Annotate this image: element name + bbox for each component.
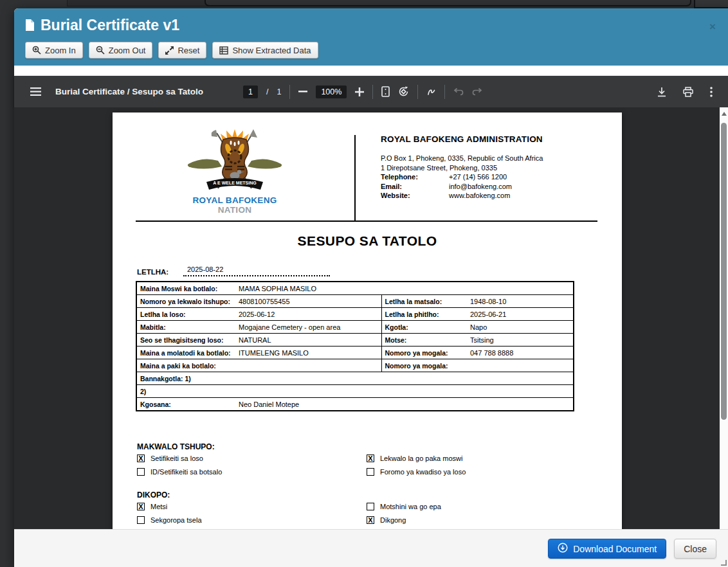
checkbox-label: Motshini wa go epa (380, 503, 441, 510)
logo-name-light: NATION (218, 205, 252, 215)
contact-row: Telephone:+27 (14) 566 1200 (381, 172, 612, 182)
zoom-in-icon (32, 46, 41, 55)
modal-title: Burial Certificate v1 (25, 17, 728, 34)
zoom-level[interactable]: 100% (316, 86, 347, 98)
table-row: Mabitla:Mogajane Cemetery - open areaKgo… (136, 321, 574, 334)
address-line: 1 Direpotsane Street, Phokeng, 0335 (381, 163, 612, 173)
page-separator: / (266, 87, 268, 96)
page-total: 1 (277, 87, 281, 96)
zoom-out-label: Zoom Out (109, 46, 146, 55)
toolbar-divider (289, 85, 290, 99)
resize-grip (721, 560, 727, 566)
reset-button[interactable]: Reset (158, 42, 206, 59)
contact-label: Website: (381, 191, 449, 201)
scrollbar[interactable] (720, 107, 728, 529)
checkbox-item: Sekgoropa tsela (137, 516, 367, 524)
reset-icon (165, 46, 174, 55)
scrollbar-up-icon[interactable] (722, 112, 727, 116)
dikopo-section: DIKOPO: XMetsiMotshini wa go epaSekgorop… (137, 491, 581, 524)
redo-icon[interactable] (472, 87, 482, 96)
table-row: Maina Moswi ka botlalo:MAMA SOPHIA MASIL… (136, 282, 574, 295)
modal-header: Burial Certificate v1 × Zoom In Zoom Out (14, 8, 728, 66)
rotate-icon[interactable] (398, 86, 409, 97)
contact-value: www.bafokeng.com (449, 191, 510, 201)
logo-name-bold: ROYAL BAFOKENG (193, 195, 277, 205)
contact-row: Website:www.bafokeng.com (381, 191, 612, 201)
table-cell-label: Nomoro ya mogala: (381, 346, 467, 359)
document-icon (25, 19, 35, 32)
annotate-icon[interactable] (426, 87, 436, 96)
table-cell-value (467, 359, 574, 372)
checkbox-unchecked-icon (367, 468, 374, 476)
zoom-in-button[interactable]: Zoom In (25, 42, 83, 59)
checkbox-item: ID/Setifikeiti sa botsalo (137, 468, 367, 476)
screen: Burial Certificate v1 × Zoom In Zoom Out (0, 0, 728, 567)
table-cell-value: Neo Daniel Motepe (235, 398, 574, 411)
burial-certificate-modal: Burial Certificate v1 × Zoom In Zoom Out (14, 8, 728, 567)
checkbox-grid: XMetsiMotshini wa go epaSekgoropa tselaX… (137, 503, 581, 524)
checkbox-unchecked-icon (137, 468, 145, 476)
download-document-label: Download Document (573, 544, 657, 554)
checkbox-checked-icon: X (367, 516, 374, 524)
close-icon[interactable]: × (707, 21, 718, 33)
modal-title-text: Burial Certificate v1 (41, 17, 179, 34)
checkbox-label: Metsi (150, 503, 167, 510)
zoom-out-button[interactable]: Zoom Out (89, 42, 153, 59)
download-icon[interactable] (657, 87, 666, 97)
table-cell-value: 047 788 8888 (467, 346, 574, 359)
crest-icon: A E WELE METSING (183, 129, 286, 192)
table-cell-value: MAMA SOPHIA MASILO (235, 282, 574, 295)
undo-icon[interactable] (453, 87, 464, 96)
checkbox-label: Dikgong (380, 516, 406, 524)
address-line: P.O Box 1, Phokeng, 0335, Republic of So… (381, 154, 612, 163)
download-document-button[interactable]: Download Document (548, 539, 666, 559)
table-cell-label: Nomoro ya lekwalo itshupo: (136, 295, 235, 308)
viewer-controls: Zoom In Zoom Out Reset (25, 42, 728, 59)
fit-page-icon[interactable] (381, 86, 390, 97)
zoom-out-icon[interactable] (298, 91, 307, 93)
table-cell-value: 1948-08-10 (467, 295, 574, 308)
table-cell-value: Napo (467, 321, 574, 334)
table-cell-label: Bannakgotla: 1) (136, 372, 574, 385)
show-extracted-data-button[interactable]: Show Extracted Data (212, 42, 318, 59)
close-button[interactable]: Close (674, 539, 716, 559)
table-cell-label: Mabitla: (136, 321, 235, 334)
menu-icon[interactable] (30, 87, 41, 96)
contact-row: Email:info@bafokeng.com (381, 182, 612, 192)
table-cell-label: Motse: (381, 334, 467, 346)
modal-footer: Download Document Close (14, 529, 728, 567)
print-icon[interactable] (683, 87, 693, 97)
table-row: Nomoro ya lekwalo itshupo:4808100755455L… (136, 295, 574, 308)
checkbox-item: XMetsi (137, 503, 367, 510)
organization-details: ROYAL BAFOKENG ADMINISTRATION P.O Box 1,… (381, 134, 612, 201)
table-cell-value: NATURAL (235, 334, 381, 346)
checkbox-grid: XSetifikeiti sa losoXLekwalo la go paka … (137, 455, 581, 476)
scrollbar-thumb[interactable] (721, 123, 727, 420)
date-label: LETLHA: (137, 268, 168, 276)
table-cell-value: Tsitsing (467, 334, 574, 346)
table-cell-label: Letlha la loso: (136, 308, 235, 321)
table-row: Kgosana:Neo Daniel Motepe (136, 398, 574, 411)
checkbox-label: Foromo ya kwadiso ya loso (380, 468, 466, 476)
more-icon[interactable] (710, 87, 713, 97)
contact-label: Email: (381, 182, 449, 192)
checkbox-item: Foromo ya kwadiso ya loso (367, 468, 581, 476)
zoom-in-label: Zoom In (45, 46, 76, 55)
close-button-label: Close (684, 544, 707, 554)
toolbar-divider (444, 85, 445, 99)
document-title: SESUPO SA TATOLO (113, 233, 622, 249)
header-rule (136, 221, 597, 222)
certificate-table: Maina Moswi ka botlalo:MAMA SOPHIA MASIL… (136, 281, 574, 411)
download-circle-icon (558, 543, 568, 555)
table-row: Letlha la loso:2025-06-12Letlha la phitl… (136, 308, 574, 321)
table-cell-label: Maina Moswi ka botlalo: (136, 282, 235, 295)
contact-value: info@bafokeng.com (449, 182, 512, 192)
checkbox-item: XSetifikeiti sa loso (137, 455, 367, 462)
table-cell-value (235, 359, 381, 372)
pdf-page: A E WELE METSING ROYAL BAFOKENG NATION R… (113, 113, 622, 529)
contact-value: +27 (14) 566 1200 (449, 172, 507, 182)
table-cell-label: Letlha la matsalo: (381, 295, 467, 308)
checkbox-item: XLekwalo la go paka moswi (367, 455, 581, 462)
page-number-input[interactable]: 1 (243, 86, 258, 98)
zoom-in-icon[interactable] (355, 87, 364, 96)
